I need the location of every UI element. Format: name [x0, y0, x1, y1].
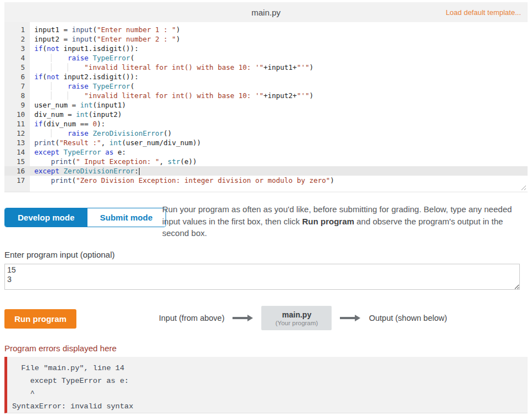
code-token: e:	[113, 148, 126, 156]
indent-guide	[68, 91, 84, 100]
code-token: :	[135, 167, 139, 175]
line-number: 8	[4, 91, 30, 100]
code-line[interactable]: 14except TypeError as e:	[4, 147, 528, 157]
code-line[interactable]: 4 raise TypeError(	[4, 53, 528, 63]
code-token: ,	[101, 139, 109, 147]
code-token: int	[80, 101, 93, 109]
code-line[interactable]: 1input1 = input("Enter number 1 : ")	[4, 25, 528, 34]
code-token: +input1+	[264, 63, 297, 71]
code-token: int	[76, 110, 89, 119]
code-token: "invalid literal for int() with base 10:…	[84, 63, 264, 71]
code-token: raise	[68, 82, 89, 90]
indent-guide	[34, 157, 51, 166]
indent-guide	[51, 82, 68, 90]
code-line[interactable]: 8 "invalid literal for int() with base 1…	[4, 91, 528, 100]
code-line[interactable]: 9user_num = int(input1)	[4, 100, 528, 110]
code-line[interactable]: 7 raise TypeError(	[4, 81, 528, 91]
code-token: except	[34, 167, 59, 175]
indent-guide	[51, 63, 68, 71]
line-number: 9	[4, 100, 30, 110]
code-line[interactable]: 6if(not input2.isdigit()):	[4, 72, 528, 81]
line-number: 6	[4, 72, 30, 81]
code-token: (input1)	[92, 101, 126, 109]
code-token: input1.isdigit()):	[59, 44, 138, 53]
line-number: 14	[4, 147, 30, 157]
code-line[interactable]: 11if(div_num == 0):	[4, 119, 528, 129]
indent-guide	[34, 54, 51, 62]
right-arrow-icon	[233, 315, 253, 321]
code-token: "invalid literal for int() with base 10:…	[84, 91, 264, 100]
code-line[interactable]: 16except ZeroDivisionError:	[4, 166, 528, 176]
code-editor[interactable]: 1input1 = input("Enter number 1 : ")2inp…	[4, 22, 528, 192]
indent-guide	[34, 91, 51, 100]
line-number: 3	[4, 44, 30, 53]
code-token: TypeError	[92, 54, 130, 62]
flow-output-label: Output (shown below)	[369, 314, 447, 322]
code-token: 0	[92, 120, 97, 128]
code-token: print	[51, 157, 72, 166]
instructions-text: Run your program as often as you'd like,…	[162, 203, 528, 239]
code-line[interactable]: 13print("Result :", int(user_num/div_num…	[4, 138, 528, 147]
program-input-textarea[interactable]: 15 3	[4, 264, 520, 290]
indent-guide	[51, 129, 68, 137]
code-line[interactable]: 17 print("Zero Division Exception: integ…	[4, 176, 528, 185]
code-line[interactable]: 15 print(" Input Exception: ", str(e))	[4, 157, 528, 166]
indent-guide	[51, 54, 68, 62]
code-token: div_num =	[34, 110, 76, 119]
code-token: (	[92, 35, 97, 43]
code-token	[59, 148, 64, 156]
tab-submit-mode[interactable]: Submit mode	[87, 208, 166, 227]
line-number: 13	[4, 138, 30, 147]
line-number: 17	[4, 176, 30, 185]
code-token: "Result :"	[59, 139, 101, 147]
code-token: (input2)	[89, 110, 122, 119]
error-output: File "main.py", line 14 except TypeError…	[7, 357, 528, 413]
instructions-bold: Run program	[302, 217, 354, 226]
program-errors-label: Program errors displayed here	[4, 344, 117, 353]
code-token: )	[330, 176, 334, 185]
line-number: 2	[4, 34, 30, 44]
program-input-label: Enter program input (optional)	[4, 250, 115, 259]
tab-develop-mode[interactable]: Develop mode	[5, 208, 87, 227]
line-number: 16	[4, 166, 30, 176]
code-token: ZeroDivisionError	[64, 167, 135, 175]
code-line[interactable]: 5 "invalid literal for int() with base 1…	[4, 63, 528, 72]
code-token: TypeError	[64, 148, 101, 156]
code-token: "Enter number 2 : "	[97, 35, 176, 43]
line-number: 12	[4, 129, 30, 138]
line-number: 10	[4, 110, 30, 119]
code-token: int	[110, 139, 122, 147]
line-number: 1	[4, 25, 30, 34]
indent-guide	[51, 91, 68, 100]
code-token: TypeError	[92, 82, 130, 90]
code-line[interactable]: 2input2 = input("Enter number 2 : ")	[4, 34, 528, 44]
code-token: (user_num/div_num))	[122, 139, 201, 147]
code-token: except	[34, 148, 59, 156]
code-token: (	[43, 73, 47, 81]
code-rows: 1input1 = input("Enter number 1 : ")2inp…	[4, 22, 528, 185]
code-token: )	[176, 35, 180, 43]
program-box-filename: main.py	[282, 310, 312, 319]
code-token: " Input Exception: "	[76, 157, 159, 166]
load-default-template-link[interactable]: Load default template...	[446, 8, 521, 17]
code-token: raise	[68, 54, 89, 62]
zybooks-coding-environment: main.py Load default template... 1input1…	[0, 0, 532, 415]
code-token: input	[72, 35, 93, 43]
indent-guide	[68, 63, 84, 71]
code-token: )	[309, 63, 314, 71]
code-token: print	[51, 176, 72, 185]
run-program-button[interactable]: Run program	[4, 309, 76, 329]
mode-tabs: Develop mode Submit mode	[4, 208, 166, 227]
flow-input-label: Input (from above)	[159, 314, 224, 322]
text-cursor	[139, 168, 140, 175]
code-token: (	[130, 54, 135, 62]
code-token: str	[168, 157, 180, 166]
code-line[interactable]: 10div_num = int(input2)	[4, 110, 528, 119]
line-number: 7	[4, 81, 30, 91]
program-flow-diagram: Input (from above) main.py (Your program…	[159, 305, 447, 331]
code-line[interactable]: 3if(not input1.isdigit()):	[4, 44, 528, 53]
code-token: ()	[163, 129, 172, 137]
code-token: "Enter number 1 : "	[97, 25, 176, 34]
code-token: )	[176, 25, 180, 34]
code-line[interactable]: 12 raise ZeroDivisionError()	[4, 129, 528, 138]
